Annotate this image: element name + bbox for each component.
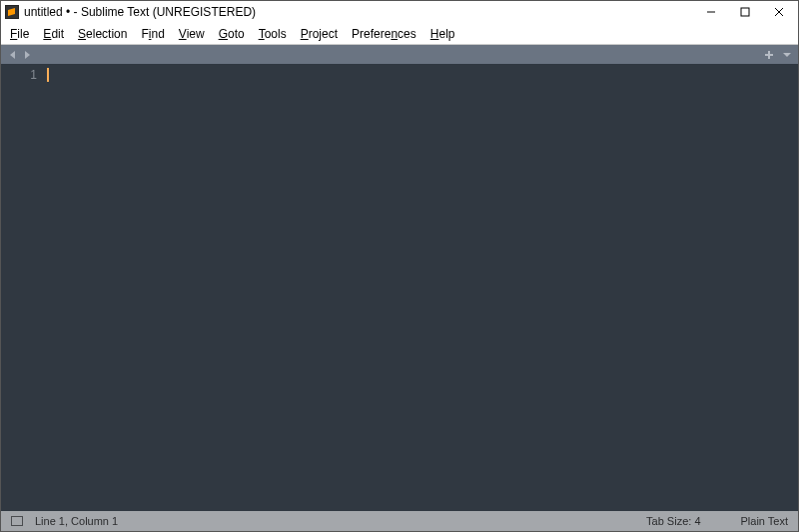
window-title: untitled • - Sublime Text (UNREGISTERED) [24, 5, 256, 19]
status-syntax[interactable]: Plain Text [741, 515, 789, 527]
menu-tools[interactable]: Tools [252, 25, 294, 43]
nav-forward-icon[interactable] [21, 49, 33, 61]
app-icon [5, 5, 19, 19]
menu-preferences[interactable]: Preferences [345, 25, 423, 43]
tab-dropdown-icon[interactable] [782, 46, 792, 64]
status-position[interactable]: Line 1, Column 1 [35, 515, 118, 527]
minimize-button[interactable] [694, 2, 728, 22]
code-area[interactable] [45, 64, 798, 511]
menu-goto[interactable]: Goto [212, 25, 252, 43]
tab-bar [1, 45, 798, 64]
maximize-button[interactable] [728, 2, 762, 22]
menu-file[interactable]: File [3, 25, 36, 43]
status-tab-size[interactable]: Tab Size: 4 [646, 515, 700, 527]
nav-back-icon[interactable] [7, 49, 19, 61]
text-cursor [47, 68, 49, 82]
close-button[interactable] [762, 2, 796, 22]
menu-project[interactable]: Project [294, 25, 345, 43]
new-tab-icon[interactable] [764, 46, 774, 64]
editor-area: 1 [1, 64, 798, 511]
panel-switcher-icon[interactable] [11, 516, 23, 526]
app-window: untitled • - Sublime Text (UNREGISTERED)… [0, 0, 799, 532]
menu-view[interactable]: View [172, 25, 212, 43]
menu-edit[interactable]: Edit [36, 25, 71, 43]
menu-find[interactable]: Find [134, 25, 171, 43]
gutter: 1 [1, 64, 45, 511]
status-bar: Line 1, Column 1 Tab Size: 4 Plain Text [1, 511, 798, 531]
menubar: File Edit Selection Find View Goto Tools… [1, 23, 798, 45]
menu-selection[interactable]: Selection [71, 25, 134, 43]
line-number: 1 [1, 67, 37, 83]
titlebar: untitled • - Sublime Text (UNREGISTERED) [1, 1, 798, 23]
svg-rect-1 [741, 8, 749, 16]
menu-help[interactable]: Help [423, 25, 462, 43]
